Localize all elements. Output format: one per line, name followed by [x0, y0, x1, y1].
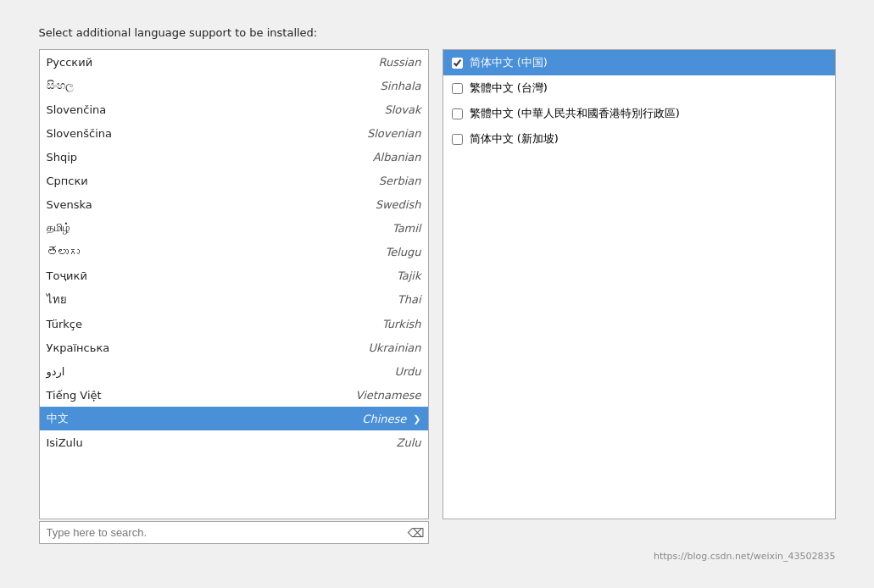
sublang-item[interactable]: 简体中文 (新加坡) [443, 126, 835, 152]
lang-english: Urdu [394, 365, 420, 378]
sublang-item[interactable]: 繁體中文 (中華人民共和國香港特別行政區) [443, 101, 835, 126]
list-item[interactable]: తెలుగుTelugu [40, 240, 428, 263]
list-item[interactable]: ไทยThai [40, 287, 428, 312]
list-item[interactable]: SlovenčinaSlovak [40, 97, 428, 121]
lang-native: Slovenčina [47, 103, 107, 116]
sublang-label: 繁體中文 (中華人民共和國香港特別行政區) [470, 106, 680, 121]
list-item[interactable]: සිංහලSinhala [40, 74, 428, 97]
list-item[interactable]: ShqipAlbanian [40, 145, 428, 169]
page-title: Select additional language support to be… [39, 26, 836, 39]
lang-english: Slovak [384, 103, 420, 116]
sublang-checkbox[interactable] [452, 83, 463, 94]
list-item[interactable]: TürkçeTurkish [40, 312, 428, 336]
lang-english: Swedish [376, 198, 421, 211]
lang-english: Chinese [362, 413, 406, 425]
list-item[interactable]: SvenskaSwedish [40, 192, 428, 216]
sublang-label: 繁體中文 (台灣) [470, 80, 548, 96]
lang-native: Tiếng Việt [47, 389, 102, 402]
lang-english: Vietnamese [356, 389, 421, 402]
lang-english: Thai [398, 293, 421, 306]
sublanguage-list[interactable]: 简体中文 (中国)繁體中文 (台灣)繁體中文 (中華人民共和國香港特別行政區)简… [443, 49, 836, 519]
lang-english: Sinhala [381, 80, 421, 92]
list-item[interactable]: SlovenščinaSlovenian [40, 121, 428, 145]
clear-button[interactable]: ⌫ [404, 522, 428, 543]
lang-english: Zulu [397, 436, 421, 449]
lang-native: Українська [47, 341, 110, 354]
lang-native: Türkçe [47, 318, 82, 330]
lang-native: اردو [47, 365, 65, 378]
lang-native: 中文 [47, 411, 69, 426]
lang-english: Serbian [379, 175, 421, 187]
main-container: Select additional language support to be… [22, 9, 853, 579]
lang-english: Tamil [392, 222, 421, 235]
list-item[interactable]: СрпскиSerbian [40, 169, 428, 192]
list-item[interactable]: தமிழ்Tamil [40, 216, 428, 240]
lang-native: தமிழ் [47, 221, 70, 235]
list-item[interactable]: Tiếng ViệtVietnamese [40, 383, 428, 407]
language-list[interactable]: РусскийRussianසිංහලSinhalaSlovenčinaSlov… [39, 49, 429, 519]
panels-wrapper: РусскийRussianසිංහලSinhalaSlovenčinaSlov… [39, 49, 836, 544]
lang-native: తెలుగు [47, 246, 80, 258]
lang-english: Slovenian [367, 127, 421, 140]
search-bar: ⌫ [39, 521, 429, 544]
list-item[interactable]: 中文Chinese❯ [40, 407, 428, 430]
lang-english: Turkish [382, 318, 421, 330]
lang-english: Tajik [397, 269, 421, 282]
left-panel: РусскийRussianසිංහලSinhalaSlovenčinaSlov… [39, 49, 429, 544]
chevron-right-icon: ❯ [413, 413, 420, 424]
list-item[interactable]: УкраїнськаUkrainian [40, 336, 428, 359]
sublang-checkbox[interactable] [452, 134, 463, 145]
sublang-item[interactable]: 简体中文 (中国) [443, 50, 835, 75]
lang-native: Shqip [47, 151, 78, 164]
footer-url: https://blog.csdn.net/weixin_43502835 [39, 551, 836, 562]
lang-native: සිංහල [47, 79, 74, 92]
lang-native: IsiZulu [47, 436, 83, 449]
list-item[interactable]: ТоҷикӣTajik [40, 263, 428, 287]
list-item[interactable]: IsiZuluZulu [40, 430, 428, 454]
lang-english: Ukrainian [368, 341, 420, 354]
lang-native: ไทย [47, 291, 67, 308]
lang-native: Svenska [47, 198, 92, 211]
lang-english: Russian [378, 56, 420, 69]
list-item[interactable]: РусскийRussian [40, 50, 428, 74]
lang-native: Русский [47, 56, 93, 69]
sublang-label: 简体中文 (新加坡) [470, 131, 559, 147]
sublang-checkbox[interactable] [452, 108, 463, 119]
lang-native: Српски [47, 175, 88, 187]
search-input[interactable] [40, 522, 404, 543]
list-item[interactable]: اردوUrdu [40, 359, 428, 383]
sublang-checkbox[interactable] [452, 58, 463, 69]
lang-english: Telugu [385, 246, 420, 258]
lang-native: Slovenščina [47, 127, 113, 140]
lang-english: Albanian [373, 151, 421, 164]
lang-native: Тоҷикӣ [47, 269, 87, 282]
sublang-label: 简体中文 (中国) [470, 55, 548, 70]
sublang-item[interactable]: 繁體中文 (台灣) [443, 75, 835, 101]
